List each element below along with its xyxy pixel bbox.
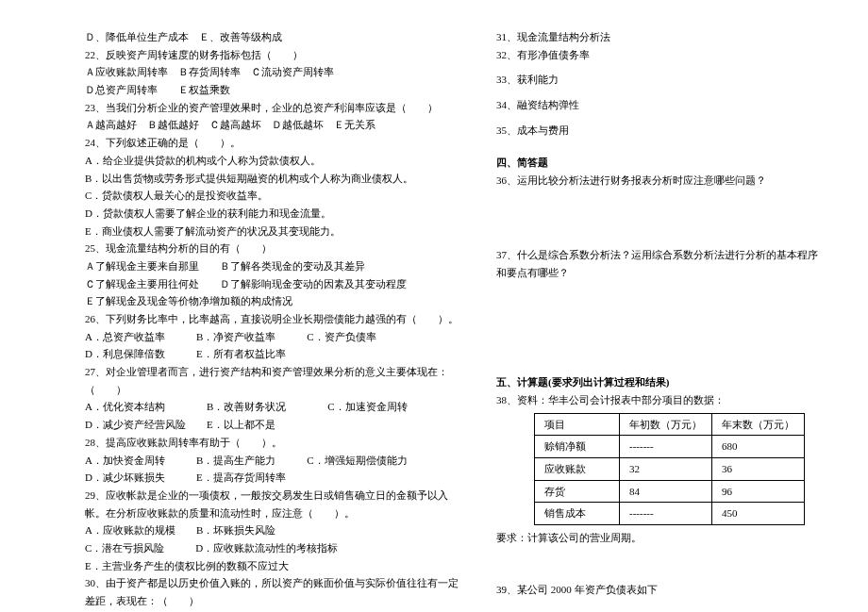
q28-options-2: D．减少坏账损失 E．提高存货周转率 [85,469,459,487]
cell: 450 [712,503,805,525]
q29-options-ab: A．应收账款的规模 B．坏账损失风险 [85,521,459,539]
q24-stem: 24、下列叙述正确的是（ ）。 [85,134,459,152]
q24-option-a: A．给企业提供贷款的机构或个人称为贷款债权人。 [85,152,459,170]
q36: 36、运用比较分析法进行财务报表分析时应注意哪些问题？ [496,172,821,190]
table-row: 赊销净额 ------- 680 [535,436,805,458]
section-4-title: 四、简答题 [496,154,821,172]
cell: 赊销净额 [535,436,620,458]
cell: ------- [620,436,712,458]
cell: 应收账款 [535,457,620,480]
q25-option-e: Ｅ了解现金及现金等价物净增加额的构成情况 [85,292,459,310]
q25-options-ab: Ａ了解现金主要来自那里 Ｂ了解各类现金的变动及其差异 [85,257,459,275]
q24-option-b: B．以出售货物或劳务形式提供短期融资的机构或个人称为商业债权人。 [85,170,459,188]
q34: 34、融资结构弹性 [496,96,821,114]
q22-options-1: Ａ应收账款周转率 Ｂ存货周转率 Ｃ流动资产周转率 [85,63,459,81]
cell: 36 [712,457,805,480]
cell: ------- [620,503,712,525]
cell: 96 [712,480,805,503]
cell: 680 [712,436,805,458]
q26-stem: 26、下列财务比率中，比率越高，直接说明企业长期偿债能力越强的有（ ）。 [85,310,459,328]
cell: 32 [620,457,712,480]
q22-stem: 22、反映资产周转速度的财务指标包括（ ） [85,46,459,64]
q21-options-de: Ｄ、降低单位生产成本 Ｅ、改善等级构成 [85,28,459,46]
cell: 存货 [535,480,620,503]
q38-requirement: 要求：计算该公司的营业周期。 [496,529,821,547]
right-column: 31、现金流量结构分析法 32、有形净值债务率 33、获利能力 34、融资结构弹… [487,28,821,603]
q28-options-1: A．加快资金周转 B．提高生产能力 C．增强短期偿债能力 [85,452,459,470]
q22-options-2: Ｄ总资产周转率 Ｅ权益乘数 [85,81,459,99]
q38-data-table: 项目 年初数（万元） 年末数（万元） 赊销净额 ------- 680 应收账款… [534,413,805,525]
q35: 35、成本与费用 [496,122,821,140]
table-row: 存货 84 96 [535,480,805,503]
q37: 37、什么是综合系数分析法？运用综合系数分析法进行分析的基本程序和要点有哪些？ [496,246,821,281]
q27-stem: 27、对企业管理者而言，进行资产结构和资产管理效果分析的意义主要体现在：（ ） [85,363,459,398]
q29-options-cd: C．潜在亏损风险 D．应收账款流动性的考核指标 [85,539,459,557]
q33: 33、获利能力 [496,71,821,89]
cell: 销售成本 [535,503,620,525]
q29-stem: 29、应收帐款是企业的一项债权，一般按交易发生日或销售确立日的金额予以入帐。在分… [85,487,459,521]
q27-options-2: D．减少资产经营风险 E．以上都不是 [85,416,459,434]
q25-stem: 25、现金流量结构分析的目的有（ ） [85,240,459,257]
section-5-title: 五、计算题(要求列出计算过程和结果) [496,373,821,391]
th-begin: 年初数（万元） [620,413,712,436]
q26-options-2: D．利息保障倍数 E．所有者权益比率 [85,345,459,363]
q38-stem: 38、资料：华丰公司会计报表中部分项目的数据： [496,391,821,409]
q32: 32、有形净值债务率 [496,46,821,64]
th-item: 项目 [535,413,620,436]
th-end: 年末数（万元） [712,413,805,436]
q24-option-e: E．商业债权人需要了解流动资产的状况及其变现能力。 [85,223,459,240]
left-column: Ｄ、降低单位生产成本 Ｅ、改善等级构成 22、反映资产周转速度的财务指标包括（ … [85,28,487,603]
q25-options-cd: Ｃ了解现金主要用往何处 Ｄ了解影响现金变动的因素及其变动程度 [85,275,459,293]
q30-stem: 30、由于资产都是以历史价值入账的，所以资产的账面价值与实际价值往往有一定差距，… [85,574,459,609]
q31: 31、现金流量结构分析法 [496,28,821,46]
q23-options: Ａ越高越好 Ｂ越低越好 Ｃ越高越坏 Ｄ越低越坏 Ｅ无关系 [85,116,459,134]
q24-option-c: C．贷款债权人最关心的是投资收益率。 [85,187,459,205]
q39: 39、某公司 2000 年资产负债表如下 [496,581,821,599]
q24-option-d: D．贷款债权人需要了解企业的获利能力和现金流量。 [85,205,459,223]
table-row: 应收账款 32 36 [535,457,805,480]
cell: 84 [620,480,712,503]
table-header-row: 项目 年初数（万元） 年末数（万元） [535,413,805,436]
q23-stem: 23、当我们分析企业的资产管理效果时，企业的总资产利润率应该是（ ） [85,99,459,117]
q27-options-1: A．优化资本结构 B．改善财务状况 C．加速资金周转 [85,398,459,416]
q29-option-e: E．主营业务产生的债权比例的数额不应过大 [85,557,459,575]
q28-stem: 28、提高应收账款周转率有助于（ ）。 [85,434,459,452]
q26-options-1: A．总资产收益率 B．净资产收益率 C．资产负债率 [85,328,459,346]
table-row: 销售成本 ------- 450 [535,503,805,525]
